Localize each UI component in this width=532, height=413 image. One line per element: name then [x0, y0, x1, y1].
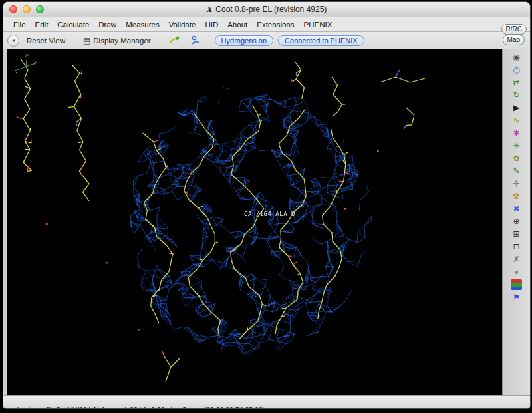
window-title-text: Coot 0.8-pre EL (revision 4925): [215, 5, 327, 14]
close-button[interactable]: [9, 5, 17, 13]
menu-validate[interactable]: Validate: [164, 21, 201, 29]
flag-icon[interactable]: ⚑: [511, 292, 522, 303]
display-manager-icon: ▤: [83, 36, 90, 45]
rgb-stripes-icon[interactable]: [511, 279, 522, 290]
person-tool-button[interactable]: [187, 33, 204, 48]
wand-icon: [169, 35, 180, 47]
delete-icon[interactable]: ✗: [511, 254, 522, 265]
coot-window: X Coot 0.8-pre EL (revision 4925) File E…: [3, 1, 531, 409]
menu-about[interactable]: About: [223, 21, 252, 29]
map-button[interactable]: Map: [503, 35, 525, 45]
rrc-button[interactable]: R/RC: [501, 24, 527, 35]
phenix-connection-button[interactable]: Connected to PHENIX: [278, 35, 364, 46]
menu-measures[interactable]: Measures: [121, 21, 164, 29]
menu-calculate[interactable]: Calculate: [53, 21, 94, 29]
hydrogens-toggle-button[interactable]: Hydrogens on: [215, 35, 274, 46]
menu-extensions[interactable]: Extensions: [252, 21, 299, 29]
toolbar-separator: [160, 35, 160, 46]
clock-icon[interactable]: ◷: [511, 65, 522, 75]
plus-box-icon[interactable]: ⊞: [511, 229, 522, 239]
menu-edit[interactable]: Edit: [31, 21, 53, 29]
reset-view-button[interactable]: Reset View: [23, 35, 68, 46]
eye-icon[interactable]: ◉: [511, 52, 522, 63]
display-manager-label: Display Manager: [93, 37, 150, 45]
menu-phenix[interactable]: PHENIX: [299, 21, 337, 29]
person-icon: [190, 35, 201, 47]
play-icon[interactable]: ▶: [511, 102, 522, 113]
toolbar-pills: Hydrogens on Connected to PHENIX: [215, 35, 364, 46]
menubar: File Edit Calculate Draw Measures Valida…: [3, 17, 530, 32]
sine-icon[interactable]: ∿: [511, 115, 522, 126]
status-text: (mol. no: 0) C /1/U/164 ALA occ: 1.00 bf…: [17, 406, 265, 408]
canvas-area: CA /164 ALA U: [7, 49, 502, 395]
titlebar[interactable]: X Coot 0.8-pre EL (revision 4925): [3, 2, 530, 17]
swap-arrows-icon[interactable]: ⇄: [511, 77, 522, 88]
main-area: CA /164 ALA U ◉ ◷ ⇄ ↻ ▶ ∿ ✱ ✳ ✿ ✎: [3, 49, 530, 395]
menu-file[interactable]: File: [9, 21, 31, 29]
magenta-star-icon[interactable]: ✱: [511, 128, 522, 138]
cross-icon[interactable]: ✢: [511, 178, 522, 189]
pencil-icon[interactable]: ✎: [511, 166, 522, 176]
olive-flower-icon[interactable]: ✿: [511, 153, 522, 164]
atom-label: CA /164 ALA U: [244, 211, 295, 217]
reset-view-label: Reset View: [27, 37, 65, 45]
radioactive-icon[interactable]: ☢: [511, 191, 522, 202]
blue-x-icon[interactable]: ✖: [511, 204, 522, 214]
display-manager-button[interactable]: ▤ Display Manager: [80, 35, 154, 47]
toolbar: ◂ Reset View ▤ Display Manager: [3, 32, 530, 49]
minus-box-icon[interactable]: ⊟: [511, 241, 522, 252]
statusbar: (mol. no: 0) C /1/U/164 ALA occ: 1.00 bf…: [3, 395, 530, 408]
wand-tool-button[interactable]: [166, 33, 183, 48]
model-toolbar: ◉ ◷ ⇄ ↻ ▶ ∿ ✱ ✳ ✿ ✎ ✢ ☢: [502, 49, 530, 395]
crosshair-icon[interactable]: ⊕: [511, 216, 522, 227]
rotate-arrow-icon[interactable]: ↻: [511, 90, 522, 100]
toolbar-collapse-button[interactable]: ◂: [7, 35, 19, 47]
minimize-button[interactable]: [23, 5, 31, 13]
window-title: X Coot 0.8-pre EL (revision 4925): [207, 4, 327, 15]
gray-ball-icon[interactable]: ●: [511, 267, 522, 277]
menu-hid[interactable]: HID: [200, 21, 223, 29]
molecule-viewport[interactable]: [7, 49, 502, 395]
zoom-button[interactable]: [36, 5, 44, 13]
x11-icon: X: [207, 4, 213, 15]
toolbar-separator: [74, 35, 74, 46]
green-star-icon[interactable]: ✳: [511, 140, 522, 151]
window-controls: [9, 5, 44, 13]
menu-draw[interactable]: Draw: [94, 21, 121, 29]
